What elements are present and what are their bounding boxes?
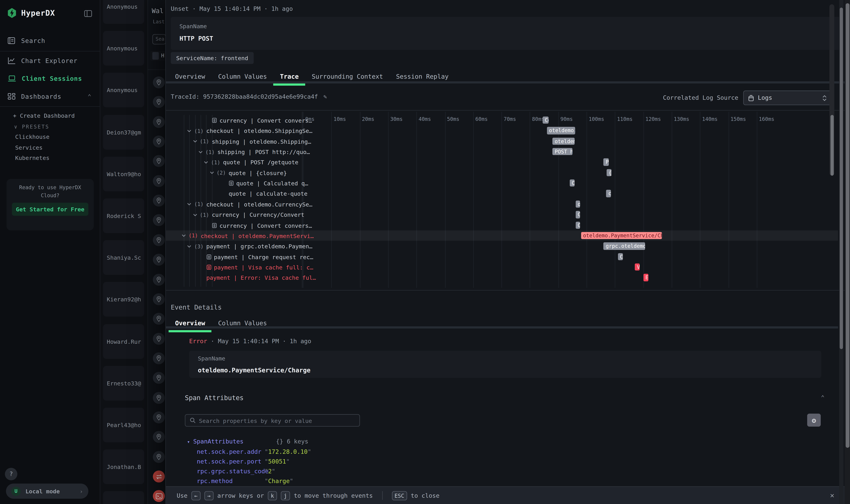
edit-icon[interactable]: ✎ [323, 93, 327, 100]
trace-row[interactable]: (1)shipping | POST http://quo…POST ht [166, 146, 838, 157]
gear-icon[interactable]: ⚙ [807, 414, 821, 427]
chevron-down-icon[interactable] [187, 203, 192, 205]
session-card[interactable]: Deion37@gm [103, 115, 144, 149]
preset-kubernetes[interactable]: Kubernetes [15, 155, 50, 161]
collapse-section-icon[interactable]: ⌃ [821, 394, 825, 401]
span-duration-bar[interactable]: Vi [635, 263, 640, 271]
sidebar-item-client-sessions[interactable]: Client Sessions [0, 70, 100, 87]
trace-row[interactable]: (1)checkout | oteldemo.PaymentServi…otel… [166, 230, 838, 241]
chevron-down-icon[interactable] [182, 234, 186, 237]
preset-services[interactable]: Services [15, 144, 42, 150]
span-duration-bar[interactable]: Ch [618, 253, 623, 260]
location-pin-icon[interactable] [153, 352, 165, 364]
span-duration-bar[interactable]: grpc.oteldemo. [603, 242, 645, 250]
create-dashboard-button[interactable]: + Create Dashboard [13, 112, 75, 119]
drawer-scrollbar[interactable] [839, 0, 844, 504]
span-duration-bar[interactable]: oteldemo.S [547, 127, 575, 134]
trace-row[interactable]: (2)quote | {closure}{c [166, 167, 838, 178]
trace-row[interactable]: currency | Convert convers…Co [166, 115, 838, 125]
chevron-down-icon[interactable] [187, 129, 192, 132]
local-mode-menu[interactable]: U Local mode › [6, 484, 88, 499]
location-pin-icon[interactable] [153, 175, 165, 187]
chevron-down-icon[interactable] [193, 140, 197, 143]
span-duration-bar[interactable]: ca [606, 190, 611, 197]
session-card[interactable]: Walton9@ho [103, 157, 144, 191]
span-duration-bar[interactable]: Co [576, 221, 580, 229]
help-button[interactable]: ? [5, 468, 17, 480]
log-source-select[interactable]: Logs [743, 91, 832, 105]
location-pin-icon[interactable] [153, 195, 165, 206]
close-icon[interactable]: ✕ [830, 491, 834, 499]
trace-row[interactable]: payment | Visa cache full: c…Vi [166, 262, 838, 272]
session-filter-button[interactable]: H [150, 51, 166, 61]
span-duration-bar[interactable]: POST ht [553, 148, 572, 156]
location-pin-icon[interactable] [153, 293, 165, 305]
sidebar-item-search[interactable]: Search [0, 33, 100, 49]
span-duration-bar[interactable]: oteldemo.PaymentService/Charg [581, 232, 662, 239]
trace-row[interactable]: quote | Calculated q…Ca [166, 178, 838, 188]
trace-row[interactable]: quote | calculate-quoteca [166, 188, 838, 199]
sidebar-collapse-icon[interactable] [84, 10, 92, 17]
drawer-scrollbar-thumb[interactable] [840, 8, 843, 349]
presets-toggle[interactable]: ∨ PRESETS [14, 124, 49, 130]
span-duration-bar[interactable]: Co [543, 116, 548, 124]
chevron-down-icon[interactable] [193, 214, 197, 216]
page-scrollbar-thumb[interactable] [846, 3, 849, 448]
trace-row[interactable]: payment | Charge request rec…Ch [166, 251, 838, 262]
session-card[interactable]: Anonymous [103, 0, 144, 24]
swap-arrows-icon[interactable] [153, 470, 165, 482]
attribute-row[interactable]: rpc.method"Charge" [197, 478, 293, 484]
session-search-input[interactable]: Sea [152, 34, 166, 44]
attributes-root-row[interactable]: ▾ SpanAttributes {} 6 keys [187, 438, 308, 445]
session-card[interactable]: Anonymous [103, 31, 144, 66]
location-pin-icon[interactable] [153, 234, 165, 246]
service-name-chip[interactable]: ServiceName: frontend [171, 52, 254, 64]
span-duration-bar[interactable]: Ca [569, 179, 575, 187]
trace-row[interactable]: (1)checkout | oteldemo.CurrencySe…ot [166, 199, 838, 209]
preset-clickhouse[interactable]: Clickhouse [15, 133, 50, 140]
sidebar-item-chart-explorer[interactable]: Chart Explorer [0, 53, 100, 69]
trace-scrollbar-thumb[interactable] [830, 115, 834, 176]
trace-row[interactable]: (1)checkout | oteldemo.ShippingSe…otelde… [166, 125, 838, 136]
span-duration-bar[interactable]: PO [603, 159, 609, 166]
chevron-down-icon[interactable] [204, 161, 208, 164]
location-pin-icon[interactable] [153, 136, 165, 147]
chevron-down-icon[interactable] [210, 172, 214, 174]
page-scrollbar[interactable] [845, 0, 850, 504]
span-duration-bar[interactable]: Er [643, 274, 648, 281]
session-card[interactable]: Dolly.Lubo [103, 491, 144, 504]
session-card[interactable]: Kieran92@h [103, 282, 144, 317]
get-started-button[interactable]: Get Started for Free [12, 203, 88, 216]
span-duration-bar[interactable]: Cu [576, 211, 580, 218]
trace-row[interactable]: (3)payment | grpc.oteldemo.Paymen…grpc.o… [166, 241, 838, 251]
location-pin-icon[interactable] [153, 451, 165, 463]
logo[interactable]: HyperDX [6, 8, 55, 18]
span-duration-bar[interactable]: ot [576, 200, 580, 208]
location-pin-icon[interactable] [153, 411, 165, 423]
chevron-down-icon[interactable] [187, 245, 192, 248]
chevron-down-icon[interactable] [198, 150, 203, 153]
attribute-row[interactable]: net.sock.peer.port"50051" [197, 458, 290, 465]
session-card[interactable]: Pearl43@ho [103, 408, 144, 443]
sidebar-item-dashboards[interactable]: Dashboards⌃ [0, 88, 100, 105]
attribute-row[interactable]: net.sock.peer.addr"172.28.0.10" [197, 448, 311, 455]
session-card[interactable]: Jonathan.B [103, 449, 144, 484]
location-pin-icon[interactable] [153, 392, 165, 403]
session-card[interactable]: Anonymous [103, 73, 144, 108]
session-card[interactable]: Roderick_S [103, 198, 144, 233]
session-card[interactable]: Shaniya.Sc [103, 240, 144, 275]
session-card[interactable]: Howard.Rur [103, 324, 144, 359]
location-pin-icon[interactable] [153, 76, 165, 88]
trace-row[interactable]: (1)currency | Currency/ConvertCu [166, 209, 838, 220]
trace-row[interactable]: (1)quote | POST /getquotePO [166, 157, 838, 167]
trace-row[interactable]: (1)shipping | oteldemo.Shipping…oteldemo [166, 136, 838, 146]
attribute-row[interactable]: rpc.grpc.status_code"2" [197, 468, 275, 475]
span-duration-bar[interactable]: {c [607, 169, 611, 176]
attributes-search-input[interactable]: Search properties by key or value [185, 414, 360, 427]
trace-row[interactable]: payment | Error: Visa cache ful…Er [166, 272, 838, 283]
span-duration-bar[interactable]: oteldemo [553, 138, 574, 145]
session-card[interactable]: Ernesto33@ [103, 366, 144, 400]
trace-row[interactable]: currency | Convert convers…Co [166, 220, 838, 230]
location-pin-icon[interactable] [153, 116, 165, 128]
location-pin-icon[interactable] [153, 254, 165, 266]
